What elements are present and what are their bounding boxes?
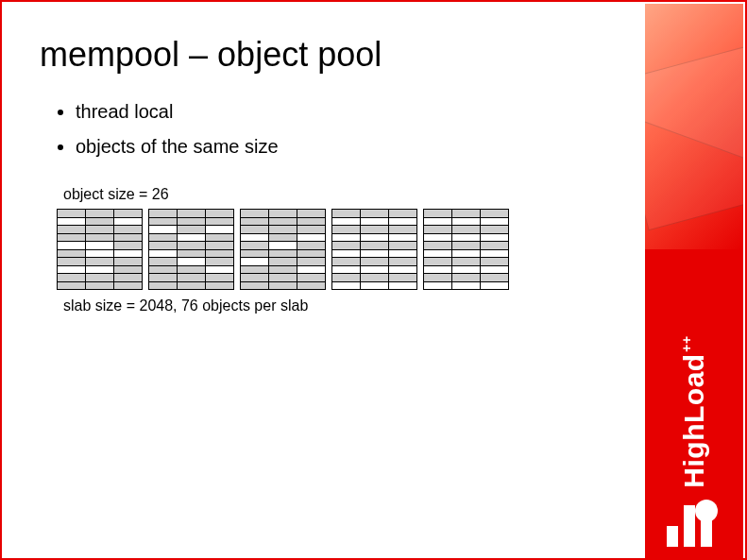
slab-cell xyxy=(178,242,206,250)
slab-cell xyxy=(481,281,509,290)
slab-cell xyxy=(114,233,143,242)
slab-cell xyxy=(452,210,481,218)
slab-cell xyxy=(269,242,297,250)
slab-cell xyxy=(452,226,481,234)
slab-cell xyxy=(149,226,178,234)
slab-cell xyxy=(297,258,326,266)
slab-cell xyxy=(297,281,326,290)
slide-content: mempool – object pool thread local objec… xyxy=(2,2,647,558)
slab-cell xyxy=(481,258,509,266)
slab-cell xyxy=(149,242,178,250)
slab-cell xyxy=(297,265,326,274)
slab-cell xyxy=(332,274,361,282)
slab-cell xyxy=(206,233,234,242)
slab-cell xyxy=(424,274,452,282)
slab-cell xyxy=(206,281,234,290)
slab-cell xyxy=(178,281,206,290)
decorative-pattern xyxy=(645,4,743,249)
slab-cell xyxy=(389,217,417,226)
bullet-item: thread local xyxy=(76,101,619,123)
slab xyxy=(240,209,326,290)
slide-frame: mempool – object pool thread local objec… xyxy=(0,0,747,560)
slab-cell xyxy=(389,258,417,266)
slab-cell xyxy=(178,210,206,218)
slab-cell xyxy=(241,242,269,250)
slab-cell xyxy=(114,281,143,290)
slab-cell xyxy=(269,274,297,282)
slab-cell xyxy=(389,249,417,258)
slab-cell xyxy=(452,265,481,274)
slab-cell xyxy=(332,249,361,258)
slab-cell xyxy=(86,265,114,274)
slab-cell xyxy=(424,210,452,218)
slab-cell xyxy=(481,274,509,282)
slab-cell xyxy=(114,226,143,234)
slab-cell xyxy=(424,258,452,266)
slab-cell xyxy=(178,274,206,282)
slab-cell xyxy=(424,233,452,242)
slab-cell xyxy=(269,217,297,226)
slab-cell xyxy=(332,210,361,218)
slab-cell xyxy=(297,210,326,218)
slab-cell xyxy=(86,217,114,226)
slab-cell xyxy=(361,226,389,234)
slab-cell xyxy=(389,265,417,274)
slab-cell xyxy=(58,210,86,218)
logo-suffix: ++ xyxy=(679,335,694,351)
slab-cell xyxy=(481,249,509,258)
slab-cell xyxy=(361,249,389,258)
slab-cell xyxy=(241,249,269,258)
slab-cell xyxy=(452,217,481,226)
logo-name: HighLoad xyxy=(678,354,709,488)
slab-cell xyxy=(424,249,452,258)
slab-cell xyxy=(178,233,206,242)
slab-cell xyxy=(178,249,206,258)
slab-cell xyxy=(114,265,143,274)
slab-cell xyxy=(269,281,297,290)
slab-cell xyxy=(452,274,481,282)
slab-cell xyxy=(424,281,452,290)
slab-cell xyxy=(269,210,297,218)
slab-cell xyxy=(149,265,178,274)
slab-cell xyxy=(86,233,114,242)
slab-cell xyxy=(206,210,234,218)
slab-cell xyxy=(241,226,269,234)
slab-cell xyxy=(241,258,269,266)
slab-cell xyxy=(361,217,389,226)
slab-cell xyxy=(332,265,361,274)
slab xyxy=(423,209,509,290)
slab-cell xyxy=(149,258,178,266)
slab-cell xyxy=(424,217,452,226)
slab-cell xyxy=(481,265,509,274)
slab-cell xyxy=(86,258,114,266)
slab-cell xyxy=(86,242,114,250)
slab-cell xyxy=(269,233,297,242)
slab-cell xyxy=(297,217,326,226)
slab-cell xyxy=(424,265,452,274)
slab xyxy=(148,209,234,290)
bullet-list: thread local objects of the same size xyxy=(40,101,619,158)
slab-cell xyxy=(206,258,234,266)
slab-cell xyxy=(149,274,178,282)
slab-cell xyxy=(452,249,481,258)
slab-cell xyxy=(241,217,269,226)
logo-icon xyxy=(667,500,722,547)
slab-cell xyxy=(58,233,86,242)
slab-cell xyxy=(149,210,178,218)
slab-cell xyxy=(361,281,389,290)
slab-cell xyxy=(114,217,143,226)
slab-cell xyxy=(481,242,509,250)
slab-cell xyxy=(178,258,206,266)
slab-cell xyxy=(241,265,269,274)
slab-cell xyxy=(58,258,86,266)
slab-cell xyxy=(114,258,143,266)
slab-cell xyxy=(149,281,178,290)
slab-cell xyxy=(206,274,234,282)
slab-diagram xyxy=(57,209,619,290)
slab-cell xyxy=(389,210,417,218)
slide-title: mempool – object pool xyxy=(40,35,619,75)
slab-cell xyxy=(58,274,86,282)
slab-cell xyxy=(297,249,326,258)
slab-cell xyxy=(114,274,143,282)
slab-cell xyxy=(332,226,361,234)
